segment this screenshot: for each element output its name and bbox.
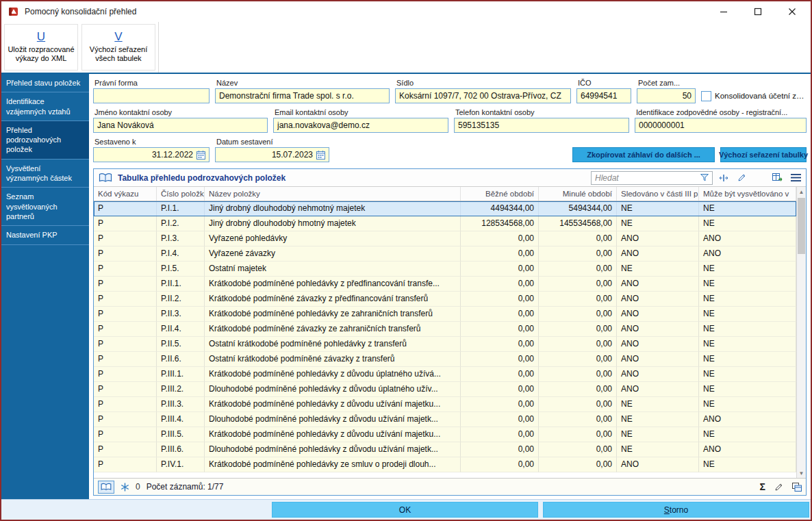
menu-icon[interactable] (791, 174, 801, 181)
konsolidovana-checkbox[interactable] (701, 91, 711, 101)
filter-icon[interactable] (700, 174, 709, 181)
table-cell: Jiný drobný dlouhodobý nehmotný majetek (205, 201, 461, 216)
sidebar-item[interactable]: Vysvětlení významných částek (1, 160, 89, 188)
table-status-bar: 0 Počet záznamů: 1/77 Σ (94, 478, 806, 495)
table-cell: ANO (617, 246, 699, 262)
table-cell: NE (617, 442, 699, 457)
table-row[interactable]: PP.I.3.Vyřazené pohledávky0,000,00ANOANO (94, 231, 796, 246)
storno-button[interactable]: Storno (543, 502, 809, 518)
table-row[interactable]: PP.I.1.Jiný drobný dlouhodobý nehmotný m… (94, 201, 796, 216)
table-row[interactable]: PP.II.5.Ostatní krátkodobé podmíněné poh… (94, 337, 796, 352)
calendar-icon[interactable] (196, 151, 205, 160)
table-row[interactable]: PP.III.5.Krátkodobé podmíněné pohledávky… (94, 427, 796, 442)
copy-header-button[interactable]: Zkopírovat záhlaví do dalších ... (572, 147, 715, 162)
table-row[interactable]: PP.I.2.Jiný drobný dlouhodobý hmotný maj… (94, 216, 796, 231)
table-cell: P (94, 292, 157, 307)
table-cell: P.III.1. (157, 367, 205, 382)
scrollbar-thumb[interactable] (798, 198, 805, 254)
table-cell: 0,00 (539, 262, 617, 277)
ok-button[interactable]: OK (272, 502, 538, 518)
table-cell: ANO (617, 457, 699, 472)
table-cell: Krátkodobé podmíněné závazky z předfinan… (205, 292, 461, 307)
column-header[interactable]: Číslo položky (157, 187, 205, 201)
maximize-button[interactable] (753, 7, 763, 16)
table-cell: P (94, 457, 157, 472)
table-cell: 0,00 (461, 367, 539, 382)
table-title: Tabulka přehledu podrozvahových položek (118, 173, 286, 183)
table-cell: 0,00 (539, 307, 617, 322)
datum-sestaveni-field[interactable]: 15.07.2023 (215, 147, 329, 162)
table-cell: NE (699, 201, 796, 216)
copy-rows-icon[interactable] (792, 483, 802, 492)
sidebar-item[interactable]: Nastavení PKP (1, 226, 89, 244)
table-cell: NE (699, 457, 796, 472)
table-row[interactable]: PP.I.5.Ostatní majetek0,000,00NENE (94, 262, 796, 277)
sestaveno-k-field[interactable]: 31.12.2022 (93, 147, 210, 162)
table-row[interactable]: PP.II.2.Krátkodobé podmíněné závazky z p… (94, 292, 796, 307)
sidebar-item-label: Identifikace vzájemných vztahů (6, 97, 71, 115)
table-cell: P (94, 427, 157, 442)
table-cell: ANO (617, 322, 699, 337)
calendar-icon[interactable] (316, 151, 325, 160)
modified-rows-icon[interactable] (120, 483, 129, 492)
identifikace-field[interactable]: 0000000001 (635, 118, 807, 133)
sidebar-item[interactable]: Přehled stavu položek (1, 74, 89, 92)
table-cell: 0,00 (461, 322, 539, 337)
save-xml-button[interactable]: U Uložit rozpracované výkazy do XML (4, 24, 78, 71)
table-row[interactable]: PP.III.3.Krátkodobé podmíněné pohledávky… (94, 397, 796, 412)
table-row[interactable]: PP.II.4.Krátkodobé podmíněné závazky ze … (94, 322, 796, 337)
column-header[interactable]: Kód výkazu (94, 187, 157, 201)
table-cell: P.II.3. (157, 307, 205, 322)
column-header[interactable]: Minulé období (539, 187, 617, 201)
table-cell: Ostatní krátkodobé podmíněné pohledávky … (205, 337, 461, 352)
fit-columns-icon[interactable] (718, 174, 729, 182)
table-row[interactable]: PP.III.1.Krátkodobé podmíněné pohledávky… (94, 367, 796, 382)
table-cell: NE (699, 322, 796, 337)
scroll-up-icon[interactable]: ▲ (797, 187, 806, 196)
table-cell: NE (699, 382, 796, 397)
telefon-field[interactable]: 595135135 (454, 118, 629, 133)
sidebar-item[interactable]: Seznam vysvětlovaných partnerů (1, 188, 89, 226)
column-header[interactable]: Může být vysvětlováno v (699, 187, 796, 201)
table-row[interactable]: PP.I.4.Vyřazené závazky0,000,00ANOANO (94, 246, 796, 262)
table-row[interactable]: PP.II.6.Ostatní krátkodobé podmíněné záv… (94, 352, 796, 367)
record-count: Počet záznamů: 1/77 (147, 482, 224, 492)
default-sort-all-button[interactable]: V Výchozí seřazení všech tabulek (81, 24, 155, 71)
table-cell: P.II.5. (157, 337, 205, 352)
table-row[interactable]: PP.III.2.Dlouhodobé podmíněné pohledávky… (94, 382, 796, 397)
table-cell: 4494344,00 (461, 201, 539, 216)
sidebar-item[interactable]: Identifikace vzájemných vztahů (1, 92, 89, 121)
vertical-scrollbar[interactable]: ▲ ▼ (796, 187, 806, 478)
export-table-icon[interactable] (772, 173, 783, 182)
search-box (591, 171, 713, 185)
table-row[interactable]: PP.IV.1.Krátkodobé podmíněné pohledávky … (94, 457, 796, 472)
title-bar: Pomocný konsolidační přehled (1, 1, 811, 22)
book-view-toggle[interactable] (98, 481, 114, 494)
pocet-zam-field[interactable]: 50 (637, 88, 696, 103)
sidlo-field[interactable]: Koksární 1097/7, 702 00 Ostrava-Přívoz, … (395, 88, 571, 103)
column-header[interactable]: Název položky (205, 187, 461, 201)
ico-field[interactable]: 64994541 (576, 88, 631, 103)
email-field[interactable]: jana.novakova@demo.cz (273, 118, 448, 133)
scroll-down-icon[interactable]: ▼ (797, 468, 806, 478)
minimize-button[interactable] (719, 7, 728, 16)
content-panel: Právní forma Název Demonstrační firma Tr… (89, 74, 811, 499)
sum-icon[interactable]: Σ (760, 482, 765, 492)
close-button[interactable] (787, 7, 797, 16)
sidebar-item[interactable]: Přehled podrozvahových položek (1, 121, 89, 160)
column-header[interactable]: Běžné období (461, 187, 539, 201)
table-row[interactable]: PP.III.6.Dlouhodobé podmíněné pohledávky… (94, 442, 796, 457)
jmeno-field[interactable]: Jana Nováková (93, 118, 268, 133)
table-cell: P.IV.1. (157, 457, 205, 472)
table-row[interactable]: PP.II.1.Krátkodobé podmíněné pohledávky … (94, 277, 796, 292)
search-input[interactable] (595, 173, 698, 183)
edit-row-icon[interactable] (774, 483, 783, 492)
default-sort-table-button[interactable]: Výchozí seřazení tabulky (720, 147, 807, 162)
pravni-forma-field[interactable] (93, 88, 210, 103)
table-row[interactable]: PP.III.4.Dlouhodobé podmíněné pohledávky… (94, 412, 796, 427)
column-header[interactable]: Sledováno v části III p (617, 187, 699, 201)
edit-icon[interactable] (737, 173, 746, 182)
table-row[interactable]: PP.II.3.Krátkodobé podmíněné pohledávky … (94, 307, 796, 322)
nazev-field[interactable]: Demonstrační firma Trade spol. s r.o. (215, 88, 390, 103)
sidebar-item-label: Přehled stavu položek (6, 79, 80, 87)
